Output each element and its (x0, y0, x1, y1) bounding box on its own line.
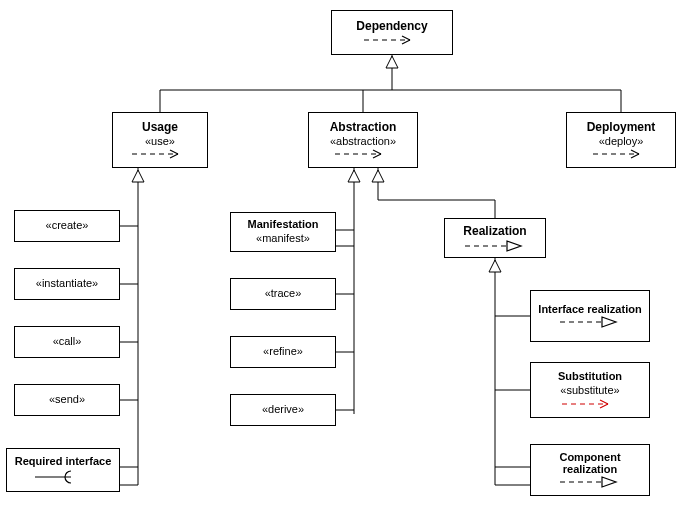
node-title: Interface realization (538, 303, 641, 315)
svg-line-31 (170, 154, 178, 158)
node-stereotype: «manifest» (256, 232, 310, 246)
node-trace: «trace» (230, 278, 336, 310)
node-stereotype: «substitute» (560, 384, 619, 398)
diagram-canvas: Dependency Usage «use» Abstraction «abst… (0, 0, 700, 519)
node-deployment: Deployment «deploy» (566, 112, 676, 168)
node-required-interface: Required interface (6, 448, 120, 492)
svg-line-36 (631, 150, 639, 154)
node-title: Required interface (15, 455, 112, 469)
node-title: Component realization (537, 451, 643, 475)
node-title: Deployment (587, 120, 656, 135)
svg-line-34 (373, 154, 381, 158)
node-title: Substitution (558, 370, 622, 384)
node-stereotype: «call» (53, 335, 82, 349)
node-stereotype: «instantiate» (36, 277, 98, 291)
node-title: Dependency (356, 19, 427, 34)
svg-line-33 (373, 150, 381, 154)
node-title: Abstraction (330, 120, 397, 135)
node-title: Manifestation (248, 218, 319, 232)
svg-line-37 (631, 154, 639, 158)
node-call: «call» (14, 326, 120, 358)
node-usage: Usage «use» (112, 112, 208, 168)
svg-line-30 (170, 150, 178, 154)
dashed-open-arrow-icon (560, 398, 620, 410)
node-stereotype: «send» (49, 393, 85, 407)
dashed-open-arrow-icon (333, 148, 393, 160)
node-title: Usage (142, 120, 178, 135)
node-create: «create» (14, 210, 120, 242)
node-stereotype: «deploy» (599, 135, 644, 149)
node-dependency: Dependency (331, 10, 453, 55)
node-stereotype: «use» (145, 135, 175, 149)
node-substitution: Substitution «substitute» (530, 362, 650, 418)
node-title: Realization (463, 224, 526, 239)
node-instantiate: «instantiate» (14, 268, 120, 300)
dashed-hollow-arrow-icon (558, 475, 622, 489)
node-manifestation: Manifestation «manifest» (230, 212, 336, 252)
svg-line-42 (600, 400, 608, 404)
dashed-open-arrow-icon (130, 148, 190, 160)
node-send: «send» (14, 384, 120, 416)
node-stereotype: «trace» (265, 287, 302, 301)
dashed-hollow-arrow-icon (463, 239, 527, 253)
dashed-hollow-arrow-icon (558, 315, 622, 329)
node-stereotype: «create» (46, 219, 89, 233)
required-interface-icon (31, 469, 95, 485)
node-component-realization: Component realization (530, 444, 650, 496)
node-stereotype: «derive» (262, 403, 304, 417)
node-interface-realization: Interface realization (530, 290, 650, 342)
node-abstraction: Abstraction «abstraction» (308, 112, 418, 168)
node-stereotype: «abstraction» (330, 135, 396, 149)
dashed-open-arrow-icon (591, 148, 651, 160)
node-stereotype: «refine» (263, 345, 303, 359)
node-derive: «derive» (230, 394, 336, 426)
dashed-open-arrow-icon (362, 34, 422, 46)
node-realization: Realization (444, 218, 546, 258)
node-refine: «refine» (230, 336, 336, 368)
svg-line-43 (600, 404, 608, 408)
connector-layer (0, 0, 700, 519)
